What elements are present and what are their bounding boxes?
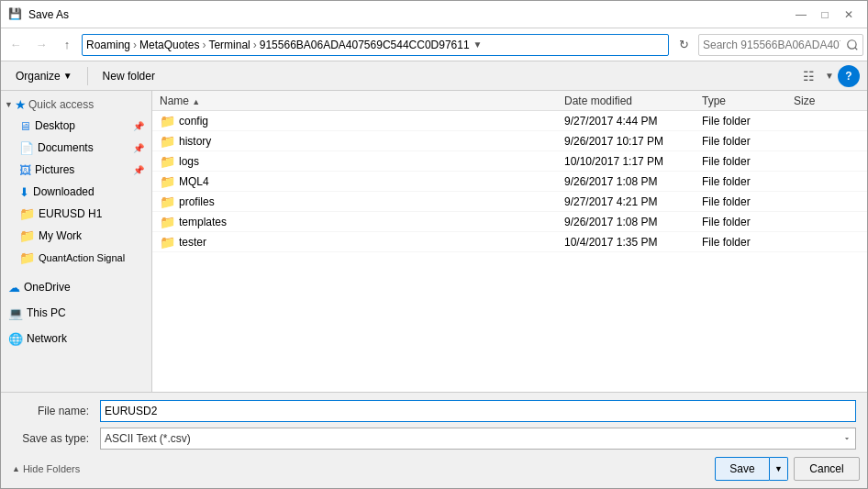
sidebar-desktop-label: Desktop xyxy=(35,119,75,132)
thispc-icon: 💻 xyxy=(8,306,23,320)
downloaded-icon: ⬇ xyxy=(19,185,29,199)
sidebar-network-label: Network xyxy=(27,332,67,345)
file-name: templates xyxy=(179,216,227,228)
bottom-bar: File name: Save as type: ASCII Text (*.c… xyxy=(1,392,867,488)
desktop-icon: 🖥 xyxy=(19,119,31,133)
breadcrumb-chevron-icon: ▼ xyxy=(473,39,483,50)
cancel-button[interactable]: Cancel xyxy=(794,457,860,481)
network-icon: 🌐 xyxy=(8,332,23,346)
table-row[interactable]: 📁 history 9/26/2017 10:17 PM File folder xyxy=(152,131,867,151)
file-date: 10/4/2017 1:35 PM xyxy=(561,236,698,249)
file-list: Name ▲ Date modified Type Size 📁 config xyxy=(152,91,867,392)
sidebar-documents-label: Documents xyxy=(38,141,94,154)
file-type: File folder xyxy=(698,175,790,188)
file-type: File folder xyxy=(698,236,790,249)
documents-icon: 📄 xyxy=(19,141,34,155)
file-type: File folder xyxy=(698,216,790,228)
save-dropdown-button[interactable]: ▼ xyxy=(770,457,788,481)
save-as-type-label: Save as type: xyxy=(12,432,95,445)
title-bar: 💾 Save As — □ ✕ xyxy=(1,1,867,28)
sidebar-mywork-label: My Work xyxy=(39,229,82,242)
quick-access-header[interactable]: ▼ ★ Quick access xyxy=(1,94,151,115)
sort-chevron-icon: ▲ xyxy=(192,97,200,106)
organize-chevron-icon: ▼ xyxy=(63,71,72,81)
file-name: tester xyxy=(179,236,206,249)
folder-icon: 📁 xyxy=(160,235,175,250)
quick-access-chevron-icon: ▼ xyxy=(5,100,13,109)
toolbar-right: ☷ ▼ ? xyxy=(796,65,860,87)
hide-folders-button[interactable]: ▲ Hide Folders xyxy=(8,463,83,474)
back-button[interactable]: ← xyxy=(5,34,27,56)
search-input[interactable] xyxy=(698,34,863,56)
save-as-type-select[interactable]: ASCII Text (*.csv)CSV (*.csv)Excel (*.xl… xyxy=(100,428,856,450)
view-button[interactable]: ☷ xyxy=(796,65,821,87)
sidebar-pictures-label: Pictures xyxy=(35,163,74,176)
sidebar-item-pictures[interactable]: 🖼 Pictures 📌 xyxy=(1,159,151,181)
file-name: config xyxy=(179,115,208,128)
onedrive-icon: ☁ xyxy=(8,281,20,295)
sidebar-onedrive-label: OneDrive xyxy=(24,281,71,294)
file-date: 9/27/2017 4:44 PM xyxy=(561,115,698,128)
file-name-input[interactable] xyxy=(100,400,856,422)
sidebar-item-thispc[interactable]: 💻 This PC xyxy=(1,302,151,324)
breadcrumb-metaquotes: MetaQuotes xyxy=(139,39,199,51)
new-folder-label: New folder xyxy=(103,70,155,83)
hide-folders-label: Hide Folders xyxy=(23,463,80,474)
table-row[interactable]: 📁 templates 9/26/2017 1:08 PM File folde… xyxy=(152,212,867,232)
sidebar-item-documents[interactable]: 📄 Documents 📌 xyxy=(1,137,151,159)
pictures-icon: 🖼 xyxy=(19,163,31,177)
sidebar-item-onedrive[interactable]: ☁ OneDrive xyxy=(1,276,151,298)
maximize-button[interactable]: □ xyxy=(814,5,836,25)
col-date-header[interactable]: Date modified xyxy=(561,94,698,107)
col-name-header[interactable]: Name ▲ xyxy=(156,94,561,107)
file-rows-container: 📁 config 9/27/2017 4:44 PM File folder 📁… xyxy=(152,111,867,252)
save-as-dialog: 💾 Save As — □ ✕ ← → ↑ Roaming › MetaQuot… xyxy=(0,0,868,489)
breadcrumb[interactable]: Roaming › MetaQuotes › Terminal › 915566… xyxy=(82,34,669,56)
minimize-button[interactable]: — xyxy=(790,5,812,25)
forward-button[interactable]: → xyxy=(30,34,52,56)
close-button[interactable]: ✕ xyxy=(838,5,860,25)
sidebar: ▼ ★ Quick access 🖥 Desktop 📌 📄 Documents… xyxy=(1,91,152,392)
documents-pin-icon: 📌 xyxy=(133,143,144,153)
file-name: profiles xyxy=(179,195,215,208)
sidebar-item-eurusd[interactable]: 📁 EURUSD H1 xyxy=(1,203,151,225)
up-button[interactable]: ↑ xyxy=(56,34,78,56)
title-controls: — □ ✕ xyxy=(790,5,860,25)
folder-icon: 📁 xyxy=(160,154,175,169)
file-fields: File name: Save as type: ASCII Text (*.c… xyxy=(1,393,867,453)
table-row[interactable]: 📁 MQL4 9/26/2017 1:08 PM File folder xyxy=(152,172,867,192)
view-chevron-icon: ▼ xyxy=(825,71,834,81)
file-date: 9/26/2017 1:08 PM xyxy=(561,216,698,228)
file-date: 9/27/2017 4:21 PM xyxy=(561,195,698,208)
sidebar-item-quantaction[interactable]: 📁 QuantAction Signal xyxy=(1,247,151,269)
col-type-header: Type xyxy=(698,94,790,107)
sidebar-item-desktop[interactable]: 🖥 Desktop 📌 xyxy=(1,115,151,137)
window-title: Save As xyxy=(28,8,69,21)
sidebar-eurusd-label: EURUSD H1 xyxy=(39,207,102,220)
sidebar-item-network[interactable]: 🌐 Network xyxy=(1,328,151,350)
window-icon: 💾 xyxy=(8,7,23,22)
save-button[interactable]: Save xyxy=(715,457,770,481)
folder-icon: 📁 xyxy=(160,134,175,149)
file-name: logs xyxy=(179,155,199,168)
action-bar: ▲ Hide Folders Save ▼ Cancel xyxy=(1,453,867,488)
file-type: File folder xyxy=(698,195,790,208)
table-row[interactable]: 📁 config 9/27/2017 4:44 PM File folder xyxy=(152,111,867,131)
refresh-button[interactable]: ↻ xyxy=(673,34,695,56)
file-type: File folder xyxy=(698,135,790,148)
folder-icon: 📁 xyxy=(160,174,175,189)
folder-icon: 📁 xyxy=(160,194,175,209)
breadcrumb-terminal: Terminal xyxy=(208,39,250,51)
help-button[interactable]: ? xyxy=(838,65,860,87)
table-row[interactable]: 📁 profiles 9/27/2017 4:21 PM File folder xyxy=(152,192,867,212)
address-bar: ← → ↑ Roaming › MetaQuotes › Terminal › … xyxy=(1,28,867,61)
table-row[interactable]: 📁 tester 10/4/2017 1:35 PM File folder xyxy=(152,232,867,252)
sidebar-item-downloaded[interactable]: ⬇ Downloaded xyxy=(1,181,151,203)
organize-button[interactable]: Organize ▼ xyxy=(8,65,80,87)
file-type: File folder xyxy=(698,115,790,128)
table-row[interactable]: 📁 logs 10/10/2017 1:17 PM File folder xyxy=(152,151,867,172)
new-folder-button[interactable]: New folder xyxy=(95,65,162,87)
mywork-folder-icon: 📁 xyxy=(19,228,35,243)
file-date: 9/26/2017 10:17 PM xyxy=(561,135,698,148)
sidebar-item-mywork[interactable]: 📁 My Work xyxy=(1,225,151,247)
